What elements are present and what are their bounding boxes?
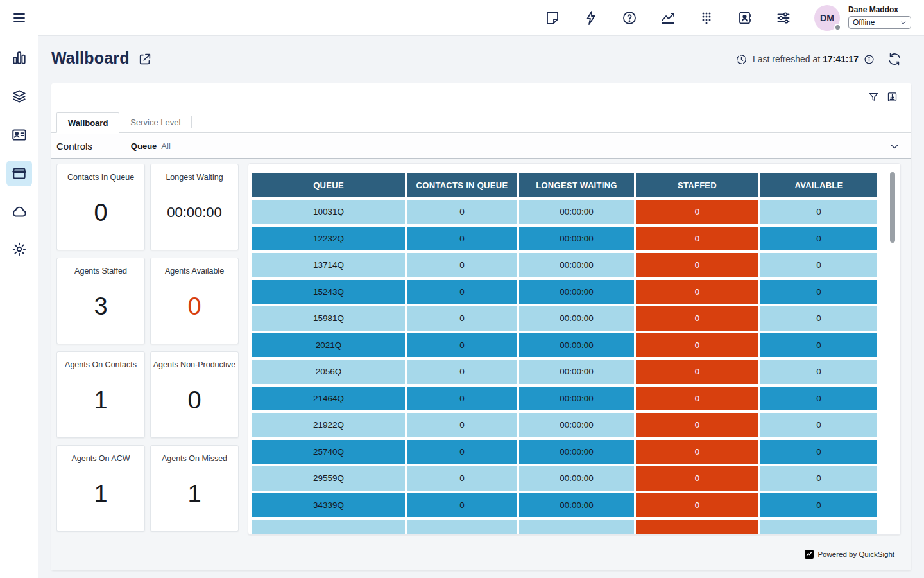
table-cell: 34339Q: [252, 493, 405, 518]
table-header-cell: CONTACTS IN QUEUE: [407, 173, 517, 197]
table-cell: 2056Q: [252, 360, 405, 384]
table-cell: 00:00:00: [519, 387, 634, 411]
table-cell: 0: [407, 466, 517, 491]
user-name: Dane Maddox: [848, 5, 911, 14]
controls-row[interactable]: Controls QueueAll: [51, 134, 911, 159]
table-cell: [519, 520, 634, 535]
sidebar-item-cloud[interactable]: [6, 199, 32, 225]
controls-collapse-chevron-icon[interactable]: [889, 141, 900, 152]
table-cell: 0: [760, 333, 877, 358]
table-cell: 00:00:00: [519, 333, 634, 358]
avatar-initials: DM: [820, 13, 834, 23]
table-cell: 00:00:00: [519, 253, 634, 277]
kpi-value: 1: [57, 463, 144, 531]
table-cell: 0: [760, 227, 877, 251]
queue-table-body: 10031Q000:00:000012232Q000:00:000013714Q…: [252, 200, 877, 535]
table-cell: [636, 520, 758, 535]
download-icon[interactable]: [887, 91, 898, 103]
metrics-icon[interactable]: [660, 10, 676, 26]
refresh-cluster: Last refreshed at 17:41:17: [735, 53, 902, 66]
queue-filter[interactable]: QueueAll: [131, 141, 171, 151]
table-cell: 0: [760, 493, 877, 518]
table-cell: 10031Q: [252, 200, 405, 224]
table-row: 15981Q000:00:0000: [252, 306, 877, 331]
kpi-card: Agents Available0: [150, 258, 239, 344]
kpi-label: Agents Staffed: [57, 258, 144, 276]
filter-icon[interactable]: [868, 91, 879, 103]
table-header-cell: QUEUE: [252, 173, 405, 197]
sidebar-item-analytics[interactable]: [6, 45, 32, 71]
table-cell: 0: [760, 280, 877, 304]
table-cell: 25740Q: [252, 440, 405, 464]
table-cell: 0: [407, 333, 517, 358]
table-cell: [252, 520, 405, 535]
table-cell: [407, 520, 517, 535]
table-cell: 21922Q: [252, 413, 405, 437]
table-cell: 29559Q: [252, 466, 405, 491]
sidebar: [0, 0, 38, 578]
refresh-icon[interactable]: [887, 52, 902, 66]
powered-by-text: Powered by QuickSight: [817, 550, 894, 558]
table-header-cell: AVAILABLE: [760, 173, 877, 197]
quick-actions-icon[interactable]: [583, 10, 599, 26]
table-cell: 0: [407, 440, 517, 464]
avatar[interactable]: DM: [814, 5, 840, 31]
help-icon[interactable]: [622, 10, 637, 26]
sidebar-item-wallboard[interactable]: [6, 161, 32, 186]
table-cell: 00:00:00: [519, 440, 634, 464]
tabbar: Wallboard Service Level: [51, 112, 911, 133]
info-icon[interactable]: [864, 54, 875, 65]
table-cell: 0: [407, 360, 517, 384]
kpi-value: 1: [151, 463, 238, 531]
table-row: 21922Q000:00:0000: [252, 413, 877, 437]
kpi-label: Agents On Contacts: [57, 352, 144, 369]
table-cell: 13714Q: [252, 253, 405, 277]
last-refreshed-time: 17:41:17: [823, 54, 859, 64]
table-cell: 0: [636, 253, 758, 277]
table-cell: 0: [636, 227, 758, 251]
kpi-value: 00:00:00: [151, 182, 238, 250]
auto-refresh-timer-icon: [735, 53, 748, 66]
tab-service-level[interactable]: Service Level: [119, 112, 191, 132]
table-cell: 0: [636, 306, 758, 331]
last-refreshed-text: Last refreshed at 17:41:17: [753, 54, 859, 64]
table-row: 13714Q000:00:0000: [252, 253, 877, 277]
user-block: Dane Maddox Offline: [848, 5, 911, 29]
table-cell: 12232Q: [252, 227, 405, 251]
kpi-card: Longest Waiting00:00:00: [150, 164, 239, 250]
dialpad-icon[interactable]: [699, 10, 714, 26]
table-scrollbar[interactable]: [890, 172, 895, 243]
quicksight-logo-icon: [805, 550, 814, 559]
table-row: 2021Q000:00:0000: [252, 333, 877, 358]
table-cell: 0: [636, 440, 758, 464]
quicksight-footer: Powered by QuickSight: [805, 550, 894, 559]
open-in-new-tab-icon[interactable]: [138, 52, 152, 66]
table-cell: 0: [760, 253, 877, 277]
preferences-icon[interactable]: [776, 10, 791, 26]
kpi-card: Agents Staffed3: [56, 258, 145, 344]
table-cell: 0: [636, 360, 758, 384]
kpi-label: Agents On ACW: [57, 446, 144, 463]
kpi-value: 0: [57, 182, 144, 250]
sidebar-item-contacts[interactable]: [6, 122, 32, 148]
status-select[interactable]: Offline: [848, 16, 911, 29]
kpi-label: Agents Available: [151, 258, 238, 276]
kpi-label: Contacts In Queue: [57, 164, 144, 182]
sidebar-item-settings[interactable]: [6, 236, 32, 262]
table-row: 2056Q000:00:0000: [252, 360, 877, 384]
page-title: Wallboard: [51, 49, 130, 67]
menu-icon[interactable]: [6, 5, 32, 31]
kpi-card: Contacts In Queue0: [56, 164, 145, 250]
table-cell: [760, 520, 877, 535]
tab-wallboard[interactable]: Wallboard: [56, 112, 119, 133]
table-row: 10031Q000:00:0000: [252, 200, 877, 224]
directory-icon[interactable]: [737, 10, 753, 26]
kpi-card: Agents Non-Productive0: [150, 351, 239, 438]
kpi-label: Longest Waiting: [151, 164, 238, 182]
sidebar-item-layers[interactable]: [6, 83, 32, 109]
table-row: 34339Q000:00:0000: [252, 493, 877, 518]
status-dot: [834, 24, 841, 31]
queue-table: QUEUECONTACTS IN QUEUELONGEST WAITINGSTA…: [252, 173, 877, 535]
notes-icon[interactable]: [545, 10, 560, 26]
table-cell: 0: [407, 387, 517, 411]
